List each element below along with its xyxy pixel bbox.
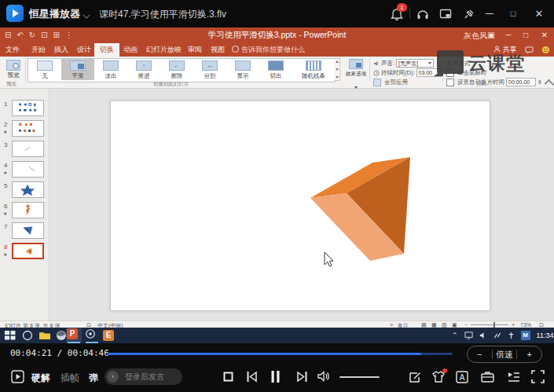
time-separator: / <box>57 348 63 358</box>
link-tray-icon[interactable] <box>493 332 501 339</box>
transition-push[interactable]: ↑推进 <box>127 59 160 80</box>
volume-tray-icon[interactable] <box>479 332 487 339</box>
taskbar-clock[interactable]: 11:34 <box>537 332 554 339</box>
headphones-support-icon[interactable] <box>416 7 430 21</box>
minimize-button[interactable]: ─ <box>482 6 497 22</box>
transition-fade[interactable]: 淡出 <box>94 59 127 80</box>
gallery-scroll-down-icon[interactable] <box>336 68 339 71</box>
orange-3d-shape <box>310 157 410 261</box>
skin-icon[interactable] <box>431 370 446 383</box>
tab-file[interactable]: 文件 <box>0 43 25 57</box>
next-button[interactable] <box>296 371 308 383</box>
collapse-ribbon-icon[interactable] <box>545 79 554 90</box>
zoom-out-button[interactable]: − <box>464 322 468 328</box>
playlist-window-icon[interactable] <box>11 370 24 383</box>
frame-interpolation-toggle[interactable]: 插帧 <box>61 372 79 385</box>
playlist-icon[interactable] <box>507 371 520 383</box>
slide-thumbnail-1[interactable]: 1 <box>0 100 49 119</box>
ime-language-icon[interactable]: M <box>521 331 530 340</box>
fullscreen-icon[interactable] <box>531 370 545 383</box>
start-button-icon[interactable] <box>4 329 17 342</box>
ribbon-display-options-icon[interactable]: ▣ <box>484 28 498 42</box>
transition-random-bars[interactable]: 随机线条 <box>292 59 335 80</box>
apply-all-icon <box>373 79 381 86</box>
cortana-search-icon[interactable] <box>21 329 34 342</box>
recorder-taskbar-item[interactable] <box>84 328 100 343</box>
auto-advance-checkbox[interactable] <box>446 79 454 86</box>
pin-icon[interactable] <box>462 7 476 21</box>
volume-slider[interactable] <box>339 376 380 378</box>
transition-reveal-icon <box>235 60 251 71</box>
close-button[interactable]: ✕ <box>531 6 547 22</box>
zoom-percentage[interactable]: 73% <box>520 322 531 328</box>
tab-insert[interactable]: 插入 <box>49 43 74 57</box>
transition-morph[interactable]: 平滑 <box>61 59 94 80</box>
hardware-decode-toggle[interactable]: 硬解 <box>31 372 50 385</box>
previous-button[interactable] <box>246 371 258 383</box>
slide-thumbnail-8[interactable]: 8 ★ <box>0 243 49 262</box>
seek-bar[interactable] <box>108 353 453 355</box>
transition-split[interactable]: ↔分割 <box>193 59 226 80</box>
player-app-name[interactable]: 恒星播放器 <box>29 7 80 21</box>
pin-tray-icon[interactable] <box>508 332 515 339</box>
transition-reveal[interactable]: 显示 <box>226 59 259 80</box>
svg-text:A: A <box>460 373 465 382</box>
danmaku-input[interactable]: › 登录后发言 <box>105 368 182 385</box>
skin-badge-dot <box>442 368 447 373</box>
tray-expand-icon[interactable]: ⌃ <box>452 332 458 339</box>
auto-advance-time-input[interactable]: 00:00.00 <box>506 78 536 86</box>
display-tray-icon[interactable] <box>464 332 473 339</box>
volume-icon[interactable] <box>317 371 330 382</box>
selected-slide-thumbnail[interactable] <box>12 243 44 259</box>
zoom-slider[interactable] <box>471 324 508 325</box>
danmaku-toggle[interactable]: 弹 <box>89 372 98 385</box>
gallery-scroll-up-icon[interactable] <box>336 60 339 63</box>
apply-all-button[interactable]: 全部应用 <box>384 79 408 86</box>
tab-slideshow[interactable]: 幻灯片放映 <box>141 43 187 57</box>
gallery-scroll-buttons[interactable] <box>334 58 340 81</box>
tab-design[interactable]: 设计 <box>72 43 97 57</box>
slide-thumbnail-7[interactable]: 7 <box>0 222 49 241</box>
tab-review[interactable]: 审阅 <box>182 43 207 57</box>
speed-label[interactable]: 倍速 <box>493 349 517 361</box>
transition-push-icon: ↑ <box>136 60 152 71</box>
speed-increase-button[interactable]: + <box>517 350 541 359</box>
current-slide[interactable] <box>110 101 490 311</box>
ppt-minimize-button[interactable]: ─ <box>501 28 515 42</box>
powerpoint-taskbar-item[interactable]: P <box>66 328 82 343</box>
tab-transitions[interactable]: 切换 <box>94 43 119 57</box>
auto-advance-spinner[interactable] <box>538 80 541 84</box>
sound-dropdown[interactable]: [无声音] <box>396 59 434 68</box>
tab-view[interactable]: 视图 <box>205 43 230 57</box>
toolbox-icon[interactable] <box>481 371 494 383</box>
zoom-in-button[interactable]: + <box>512 322 515 328</box>
pause-button[interactable] <box>270 370 281 383</box>
transition-none[interactable]: 无 <box>28 59 61 80</box>
tab-animations[interactable]: 动画 <box>118 43 143 57</box>
mini-player-icon[interactable] <box>438 7 453 21</box>
notification-bell-icon[interactable]: 1 <box>390 7 404 21</box>
speed-decrease-button[interactable]: − <box>468 350 492 359</box>
slide-thumbnail-2[interactable]: 2 ★ <box>0 120 49 139</box>
effect-options-button[interactable]: 效果选项 <box>344 58 368 81</box>
slide-thumbnail-4[interactable]: 4 ★ <box>0 161 49 180</box>
transition-cut[interactable]: 切出 <box>259 59 292 80</box>
ppt-restore-button[interactable]: □ <box>519 28 533 42</box>
maximize-button[interactable]: □ <box>505 6 521 22</box>
chevron-down-icon[interactable] <box>83 11 90 18</box>
notes-edit-icon[interactable] <box>409 371 421 383</box>
stop-button[interactable] <box>223 372 233 382</box>
ppt-close-button[interactable]: ✕ <box>537 28 552 42</box>
app-taskbar-item[interactable]: E <box>102 329 115 342</box>
file-explorer-icon[interactable] <box>39 329 51 342</box>
tab-home[interactable]: 开始 <box>26 43 51 57</box>
zoom-slider-thumb[interactable] <box>493 322 495 328</box>
tell-me-search[interactable]: 告诉我你想要做什么 <box>232 43 305 57</box>
slide-thumbnail-5[interactable]: 5 <box>0 181 49 200</box>
transition-preview-button[interactable]: 预览 <box>2 58 24 81</box>
slide-thumbnail-6[interactable]: 6 ★ <box>0 202 49 221</box>
transition-wipe[interactable]: ←擦除 <box>160 59 193 80</box>
slide-thumbnail-3[interactable]: 3 <box>0 141 49 159</box>
subtitle-icon[interactable]: A <box>456 371 468 383</box>
gallery-more-icon[interactable] <box>336 76 339 79</box>
